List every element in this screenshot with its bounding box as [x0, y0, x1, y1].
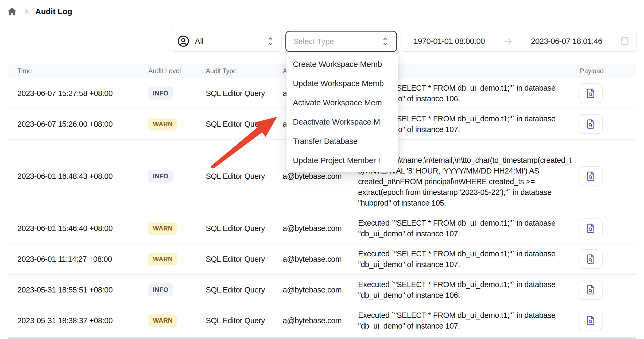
- type-dropdown-item[interactable]: Update Workspace Memb: [286, 74, 398, 93]
- audit-level-badge: INFO: [148, 87, 173, 100]
- arrow-right-icon: [503, 36, 513, 47]
- cell-audit-type: SQL Editor Query: [206, 224, 283, 233]
- cell-time: 2023-06-01 16:48:43 +08:00: [8, 172, 148, 181]
- type-dropdown-item[interactable]: Create Workspace Memb: [286, 55, 398, 74]
- type-dropdown-item[interactable]: Deactivate Workspace M: [286, 112, 398, 132]
- cell-time: 2023-06-01 11:14:27 +08:00: [8, 255, 148, 264]
- cell-payload: [572, 280, 636, 300]
- audit-level-badge: INFO: [148, 170, 173, 183]
- file-search-icon: [585, 118, 596, 130]
- cell-audit-level: INFO: [148, 170, 206, 183]
- cell-audit-level: INFO: [148, 283, 206, 296]
- chevron-up-down-icon: [381, 37, 389, 46]
- cell-actor: a@bytebase.com: [283, 255, 358, 264]
- cell-actor: a@bytebase.com: [283, 286, 358, 294]
- cell-actor: a@bytebase.com: [283, 316, 358, 325]
- calendar-icon: [620, 36, 630, 47]
- table-row: 2023-05-31 18:38:37 +08:00 WARN SQL Edit…: [8, 305, 636, 336]
- view-payload-button[interactable]: [579, 218, 603, 238]
- user-circle-icon: [177, 35, 189, 47]
- actor-filter-select[interactable]: All: [170, 31, 282, 52]
- cell-comment: Executed `"SELECT * FROM db_ui_demo.t1;"…: [358, 213, 572, 244]
- view-payload-button[interactable]: [579, 249, 603, 269]
- file-search-icon: [585, 223, 596, 234]
- cell-time: 2023-06-01 15:46:40 +08:00: [8, 224, 148, 233]
- type-dropdown-item[interactable]: Transfer Database: [286, 132, 398, 151]
- filter-bar: All Select Type 1970-01-01 08:00:00 2023…: [170, 31, 637, 52]
- cell-payload: [572, 166, 636, 186]
- next-row-hint: [8, 337, 636, 339]
- cell-time: 2023-05-31 18:55:51 +08:00: [8, 286, 148, 294]
- audit-level-badge: WARN: [148, 314, 177, 327]
- page-title: Audit Log: [35, 7, 72, 16]
- cell-audit-type: SQL Editor Query: [206, 255, 283, 264]
- file-search-icon: [585, 171, 596, 182]
- view-payload-button[interactable]: [579, 83, 603, 103]
- cell-audit-level: INFO: [148, 87, 206, 100]
- cell-actor: a@bytebase.com: [283, 224, 358, 233]
- cell-audit-level: WARN: [148, 118, 206, 130]
- view-payload-button[interactable]: [579, 280, 603, 300]
- cell-comment: Executed `"SELECT * FROM db_ui_demo.t1;"…: [358, 275, 572, 305]
- date-range-end[interactable]: 2023-06-07 18:01:46: [519, 37, 615, 46]
- cell-time: 2023-06-07 15:27:58 +08:00: [8, 89, 148, 98]
- type-filter-placeholder: Select Type: [293, 37, 376, 46]
- view-payload-button[interactable]: [579, 114, 603, 134]
- cell-audit-type: SQL Editor Query: [206, 286, 283, 294]
- cell-payload: [572, 249, 636, 269]
- cell-payload: [572, 114, 636, 134]
- column-header-type: Audit Type: [206, 67, 283, 75]
- type-select-dropdown: Create Workspace MembUpdate Workspace Me…: [286, 53, 398, 172]
- cell-comment: Executed `"SELECT * FROM db_ui_demo.t1;"…: [358, 244, 572, 274]
- cell-payload: [572, 83, 636, 103]
- file-search-icon: [585, 284, 596, 295]
- date-range-start[interactable]: 1970-01-01 08:00:00: [401, 37, 497, 46]
- cell-comment: Executed `"SELECT * FROM db_ui_demo.t1;"…: [358, 305, 572, 336]
- column-header-time: Time: [8, 67, 148, 75]
- audit-level-badge: WARN: [148, 118, 177, 130]
- column-header-payload: Payload: [572, 67, 636, 75]
- cell-audit-level: WARN: [148, 314, 206, 327]
- cell-audit-type: SQL Editor Query: [206, 172, 283, 181]
- cell-audit-type: SQL Editor Query: [206, 120, 283, 129]
- cell-payload: [572, 218, 636, 238]
- actor-filter-value: All: [195, 37, 261, 46]
- chevron-up-down-icon: [266, 37, 274, 46]
- view-payload-button[interactable]: [579, 311, 603, 330]
- view-payload-button[interactable]: [579, 166, 603, 186]
- file-search-icon: [585, 315, 596, 326]
- type-filter-select[interactable]: Select Type: [285, 31, 397, 52]
- table-row: 2023-06-01 15:46:40 +08:00 WARN SQL Edit…: [8, 213, 636, 244]
- audit-level-badge: WARN: [148, 222, 177, 235]
- type-dropdown-item[interactable]: Update Project Member I: [286, 151, 398, 170]
- cell-audit-level: WARN: [148, 253, 206, 265]
- file-search-icon: [585, 88, 596, 99]
- cell-payload: [572, 311, 636, 330]
- cell-audit-type: SQL Editor Query: [206, 316, 283, 325]
- cell-audit-type: SQL Editor Query: [206, 89, 283, 98]
- audit-level-badge: INFO: [148, 283, 173, 296]
- cell-time: 2023-05-31 18:38:37 +08:00: [8, 316, 148, 325]
- table-row: 2023-06-01 11:14:27 +08:00 WARN SQL Edit…: [8, 244, 636, 275]
- cell-time: 2023-06-07 15:26:00 +08:00: [8, 120, 148, 129]
- audit-level-badge: WARN: [148, 253, 177, 265]
- breadcrumb: Audit Log: [7, 6, 72, 17]
- column-header-level: Audit Level: [148, 67, 206, 75]
- table-row: 2023-05-31 18:55:51 +08:00 INFO SQL Edit…: [8, 275, 636, 305]
- date-range-picker[interactable]: 1970-01-01 08:00:00 2023-06-07 18:01:46: [401, 31, 637, 52]
- chevron-right-icon: [23, 8, 29, 15]
- home-icon[interactable]: [7, 6, 17, 17]
- type-dropdown-item[interactable]: Activate Workspace Mem: [286, 93, 398, 112]
- cell-audit-level: WARN: [148, 222, 206, 235]
- cell-actor: a@bytebase.com: [283, 172, 358, 181]
- file-search-icon: [585, 253, 596, 265]
